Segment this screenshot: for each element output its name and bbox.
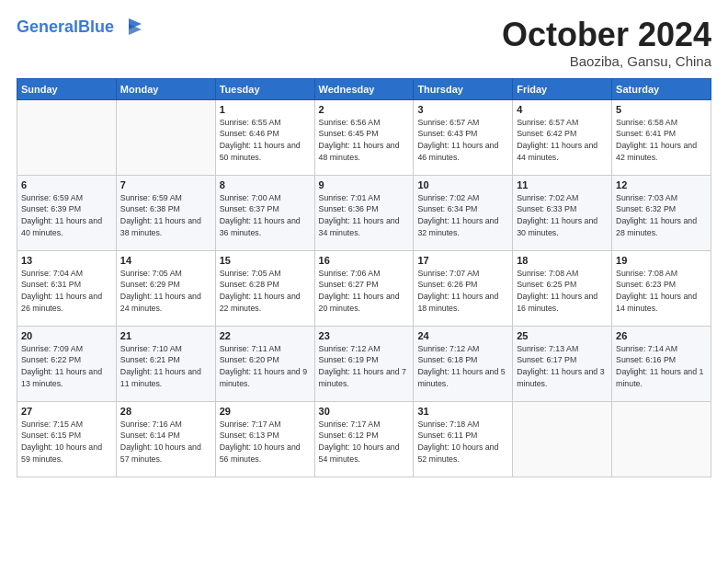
day-cell-4-6 [612, 401, 711, 477]
day-info-2-0: Sunrise: 7:04 AM Sunset: 6:31 PM Dayligh… [21, 268, 112, 315]
day-cell-0-5: 4Sunrise: 6:57 AM Sunset: 6:42 PM Daylig… [513, 99, 612, 175]
day-cell-2-0: 13Sunrise: 7:04 AM Sunset: 6:31 PM Dayli… [17, 250, 117, 326]
day-info-3-3: Sunrise: 7:12 AM Sunset: 6:19 PM Dayligh… [319, 343, 410, 390]
day-cell-1-6: 12Sunrise: 7:03 AM Sunset: 6:32 PM Dayli… [612, 175, 711, 250]
day-info-2-5: Sunrise: 7:08 AM Sunset: 6:25 PM Dayligh… [517, 268, 608, 315]
logo-icon [116, 17, 142, 37]
col-sunday: Sunday [17, 78, 117, 99]
day-info-1-2: Sunrise: 7:00 AM Sunset: 6:37 PM Dayligh… [220, 192, 311, 239]
day-info-4-1: Sunrise: 7:16 AM Sunset: 6:14 PM Dayligh… [120, 419, 211, 465]
col-wednesday: Wednesday [314, 78, 414, 99]
calendar-table: Sunday Monday Tuesday Wednesday Thursday… [17, 78, 711, 477]
day-info-1-3: Sunrise: 7:01 AM Sunset: 6:36 PM Dayligh… [319, 192, 410, 239]
day-cell-1-0: 6Sunrise: 6:59 AM Sunset: 6:39 PM Daylig… [17, 175, 117, 250]
day-number-0-4: 3 [417, 104, 508, 115]
day-info-1-5: Sunrise: 7:02 AM Sunset: 6:33 PM Dayligh… [517, 192, 608, 239]
day-number-4-4: 31 [417, 406, 508, 417]
day-number-3-4: 24 [417, 330, 508, 341]
day-number-2-5: 18 [517, 255, 608, 266]
day-info-3-1: Sunrise: 7:10 AM Sunset: 6:21 PM Dayligh… [120, 343, 211, 390]
day-cell-3-2: 22Sunrise: 7:11 AM Sunset: 6:20 PM Dayli… [215, 326, 314, 401]
location: Baoziba, Gansu, China [502, 53, 711, 69]
logo: GeneralBlue [17, 17, 142, 37]
day-info-4-3: Sunrise: 7:17 AM Sunset: 6:12 PM Dayligh… [319, 419, 410, 465]
week-row-1: 6Sunrise: 6:59 AM Sunset: 6:39 PM Daylig… [17, 175, 711, 250]
day-cell-3-4: 24Sunrise: 7:12 AM Sunset: 6:18 PM Dayli… [414, 326, 513, 401]
day-cell-1-2: 8Sunrise: 7:00 AM Sunset: 6:37 PM Daylig… [215, 175, 314, 250]
day-info-3-0: Sunrise: 7:09 AM Sunset: 6:22 PM Dayligh… [21, 343, 112, 390]
logo-general: General [17, 17, 78, 36]
day-info-2-3: Sunrise: 7:06 AM Sunset: 6:27 PM Dayligh… [319, 268, 410, 315]
day-number-2-6: 19 [616, 255, 707, 266]
day-cell-4-0: 27Sunrise: 7:15 AM Sunset: 6:15 PM Dayli… [17, 401, 117, 477]
title-block: October 2024 Baoziba, Gansu, China [502, 17, 711, 69]
day-cell-3-1: 21Sunrise: 7:10 AM Sunset: 6:21 PM Dayli… [116, 326, 215, 401]
day-cell-0-0 [17, 99, 117, 175]
day-number-3-1: 21 [120, 330, 211, 341]
day-cell-0-1 [116, 99, 215, 175]
day-number-0-5: 4 [517, 104, 608, 115]
day-cell-3-3: 23Sunrise: 7:12 AM Sunset: 6:19 PM Dayli… [314, 326, 414, 401]
day-number-1-6: 12 [616, 179, 707, 190]
day-cell-2-1: 14Sunrise: 7:05 AM Sunset: 6:29 PM Dayli… [116, 250, 215, 326]
day-number-3-3: 23 [319, 330, 410, 341]
day-cell-3-5: 25Sunrise: 7:13 AM Sunset: 6:17 PM Dayli… [513, 326, 612, 401]
day-number-1-3: 9 [319, 179, 410, 190]
day-cell-4-2: 29Sunrise: 7:17 AM Sunset: 6:13 PM Dayli… [215, 401, 314, 477]
day-number-1-2: 8 [220, 179, 311, 190]
day-info-2-2: Sunrise: 7:05 AM Sunset: 6:28 PM Dayligh… [220, 268, 311, 315]
col-saturday: Saturday [612, 78, 711, 99]
day-cell-0-6: 5Sunrise: 6:58 AM Sunset: 6:41 PM Daylig… [612, 99, 711, 175]
day-cell-4-5 [513, 401, 612, 477]
day-number-2-1: 14 [120, 255, 211, 266]
day-cell-1-3: 9Sunrise: 7:01 AM Sunset: 6:36 PM Daylig… [314, 175, 414, 250]
day-info-1-1: Sunrise: 6:59 AM Sunset: 6:38 PM Dayligh… [120, 192, 211, 239]
day-cell-1-1: 7Sunrise: 6:59 AM Sunset: 6:38 PM Daylig… [116, 175, 215, 250]
day-cell-3-6: 26Sunrise: 7:14 AM Sunset: 6:16 PM Dayli… [612, 326, 711, 401]
day-cell-2-6: 19Sunrise: 7:08 AM Sunset: 6:23 PM Dayli… [612, 250, 711, 326]
day-cell-4-3: 30Sunrise: 7:17 AM Sunset: 6:12 PM Dayli… [314, 401, 414, 477]
week-row-4: 27Sunrise: 7:15 AM Sunset: 6:15 PM Dayli… [17, 401, 711, 477]
logo-blue: Blue [78, 17, 114, 36]
day-number-0-3: 2 [319, 104, 410, 115]
day-info-4-2: Sunrise: 7:17 AM Sunset: 6:13 PM Dayligh… [220, 419, 311, 465]
day-info-0-4: Sunrise: 6:57 AM Sunset: 6:43 PM Dayligh… [417, 117, 508, 164]
month-title: October 2024 [502, 17, 711, 53]
day-number-1-4: 10 [417, 179, 508, 190]
header: GeneralBlue October 2024 Baoziba, Gansu,… [17, 17, 711, 69]
day-number-3-2: 22 [220, 330, 311, 341]
col-friday: Friday [513, 78, 612, 99]
day-info-3-6: Sunrise: 7:14 AM Sunset: 6:16 PM Dayligh… [616, 343, 707, 390]
day-cell-1-5: 11Sunrise: 7:02 AM Sunset: 6:33 PM Dayli… [513, 175, 612, 250]
day-info-2-6: Sunrise: 7:08 AM Sunset: 6:23 PM Dayligh… [616, 268, 707, 315]
day-number-2-4: 17 [417, 255, 508, 266]
day-cell-2-3: 16Sunrise: 7:06 AM Sunset: 6:27 PM Dayli… [314, 250, 414, 326]
day-number-4-1: 28 [120, 406, 211, 417]
day-cell-2-5: 18Sunrise: 7:08 AM Sunset: 6:25 PM Dayli… [513, 250, 612, 326]
week-row-2: 13Sunrise: 7:04 AM Sunset: 6:31 PM Dayli… [17, 250, 711, 326]
day-info-1-4: Sunrise: 7:02 AM Sunset: 6:34 PM Dayligh… [417, 192, 508, 239]
week-row-0: 1Sunrise: 6:55 AM Sunset: 6:46 PM Daylig… [17, 99, 711, 175]
day-number-3-0: 20 [21, 330, 112, 341]
day-info-4-4: Sunrise: 7:18 AM Sunset: 6:11 PM Dayligh… [417, 419, 508, 465]
day-number-3-6: 26 [616, 330, 707, 341]
day-cell-2-2: 15Sunrise: 7:05 AM Sunset: 6:28 PM Dayli… [215, 250, 314, 326]
day-info-1-0: Sunrise: 6:59 AM Sunset: 6:39 PM Dayligh… [21, 192, 112, 239]
day-cell-4-1: 28Sunrise: 7:16 AM Sunset: 6:14 PM Dayli… [116, 401, 215, 477]
day-cell-3-0: 20Sunrise: 7:09 AM Sunset: 6:22 PM Dayli… [17, 326, 117, 401]
day-info-3-4: Sunrise: 7:12 AM Sunset: 6:18 PM Dayligh… [417, 343, 508, 390]
col-tuesday: Tuesday [215, 78, 314, 99]
day-number-1-1: 7 [120, 179, 211, 190]
day-info-3-2: Sunrise: 7:11 AM Sunset: 6:20 PM Dayligh… [220, 343, 311, 390]
day-info-0-2: Sunrise: 6:55 AM Sunset: 6:46 PM Dayligh… [220, 117, 311, 164]
day-number-1-5: 11 [517, 179, 608, 190]
day-info-4-0: Sunrise: 7:15 AM Sunset: 6:15 PM Dayligh… [21, 419, 112, 465]
day-cell-0-2: 1Sunrise: 6:55 AM Sunset: 6:46 PM Daylig… [215, 99, 314, 175]
day-cell-4-4: 31Sunrise: 7:18 AM Sunset: 6:11 PM Dayli… [414, 401, 513, 477]
week-row-3: 20Sunrise: 7:09 AM Sunset: 6:22 PM Dayli… [17, 326, 711, 401]
day-number-2-2: 15 [220, 255, 311, 266]
day-number-0-2: 1 [220, 104, 311, 115]
logo-text: GeneralBlue [17, 18, 114, 35]
day-info-2-4: Sunrise: 7:07 AM Sunset: 6:26 PM Dayligh… [417, 268, 508, 315]
day-info-3-5: Sunrise: 7:13 AM Sunset: 6:17 PM Dayligh… [517, 343, 608, 390]
